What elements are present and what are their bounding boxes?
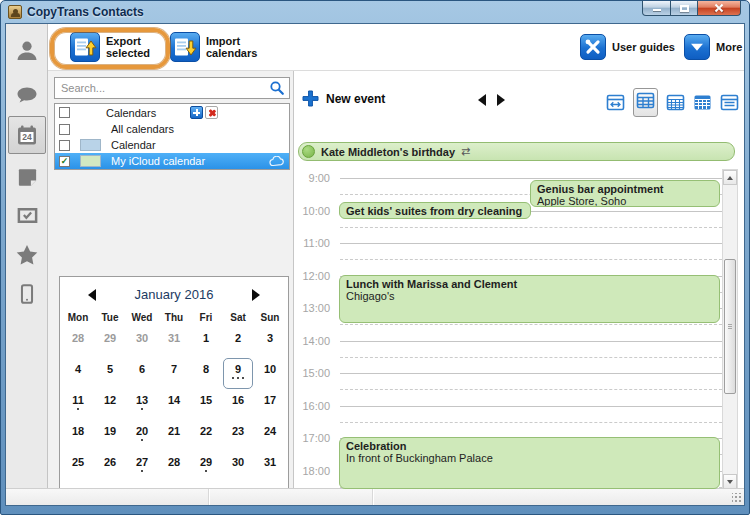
sidebar-item-notes[interactable] xyxy=(8,158,46,196)
sidebar: 24 xyxy=(6,24,48,488)
month-view-button[interactable] xyxy=(666,93,685,112)
mini-calendar-day[interactable]: 31 xyxy=(254,451,286,482)
mini-calendar-day[interactable]: 20 xyxy=(126,420,158,451)
mini-calendar-day[interactable]: 10 xyxy=(254,358,286,389)
mini-calendar-day[interactable]: 31 xyxy=(158,327,190,358)
calendar-row[interactable]: ✓My iCloud calendar xyxy=(55,153,289,169)
resize-grip[interactable] xyxy=(732,493,742,503)
mini-calendar-day[interactable]: 29 xyxy=(94,327,126,358)
hour-line xyxy=(340,243,722,244)
calendar-event[interactable]: Lunch with Marissa and ClementChigago's xyxy=(339,275,720,323)
calendar-event[interactable]: CelebrationIn front of Buckingham Palace xyxy=(339,437,720,489)
mini-calendar-day[interactable]: 6 xyxy=(126,358,158,389)
calendars-header-label: Calendars xyxy=(106,107,156,119)
mini-calendar-day[interactable]: 3 xyxy=(254,327,286,358)
mini-calendar-day[interactable]: 30 xyxy=(126,327,158,358)
close-button[interactable] xyxy=(698,1,741,16)
week-view-button[interactable] xyxy=(633,88,658,117)
title-bar: CopyTrans Contacts xyxy=(1,1,749,23)
maximize-button[interactable] xyxy=(671,1,698,16)
calendar-event[interactable]: Genius bar appointmentApple Store, Soho xyxy=(530,180,720,207)
next-day-arrow[interactable] xyxy=(497,94,505,106)
mini-calendar-day[interactable]: 28 xyxy=(158,451,190,482)
export-selected-button[interactable]: Export selected xyxy=(70,32,150,62)
sidebar-item-calendar[interactable]: 24 xyxy=(8,116,46,154)
mini-calendar-day[interactable]: 27 xyxy=(126,451,158,482)
mini-calendar-day[interactable]: 16 xyxy=(222,389,254,420)
mini-calendar-day[interactable]: 12 xyxy=(94,389,126,420)
calendar-row[interactable]: All calendars xyxy=(55,121,289,137)
calendar-event[interactable]: Get kids' suites from dry cleaning xyxy=(339,202,531,219)
prev-month-arrow[interactable] xyxy=(88,289,96,301)
all-day-event[interactable]: Kate Middleton's birthday ⇄ xyxy=(298,142,735,161)
mini-calendar-day[interactable]: 18 xyxy=(62,420,94,451)
select-all-checkbox[interactable] xyxy=(59,107,70,118)
mini-calendar-day[interactable]: 30 xyxy=(222,451,254,482)
search-box xyxy=(54,77,290,99)
add-calendar-button[interactable] xyxy=(190,106,203,119)
scroll-down-button[interactable] xyxy=(723,474,737,489)
toolbar: Export selected Import calend xyxy=(48,24,744,70)
vertical-scrollbar[interactable] xyxy=(722,169,738,490)
mini-calendar-day[interactable]: 22 xyxy=(190,420,222,451)
event-dots xyxy=(126,470,158,472)
mini-calendar-day[interactable]: 29 xyxy=(190,451,222,482)
sidebar-item-messages[interactable] xyxy=(8,76,46,114)
mini-calendar-day[interactable]: 23 xyxy=(222,420,254,451)
mini-calendar-day[interactable]: 9 xyxy=(222,358,254,389)
mini-calendar-day[interactable]: 26 xyxy=(94,451,126,482)
more-button[interactable]: More xyxy=(684,34,742,60)
search-input[interactable] xyxy=(55,82,269,94)
day-view-button[interactable] xyxy=(606,93,625,112)
mini-calendar-day[interactable]: 2 xyxy=(222,327,254,358)
mini-calendar-day[interactable]: 4 xyxy=(62,358,94,389)
search-icon[interactable] xyxy=(269,80,285,96)
user-guides-button[interactable]: User guides xyxy=(580,34,675,60)
sidebar-item-device[interactable] xyxy=(8,275,46,313)
scroll-up-button[interactable] xyxy=(723,170,737,185)
list-view-button[interactable] xyxy=(720,93,739,112)
more-label: More xyxy=(716,41,742,53)
calendar-checkbox[interactable] xyxy=(59,140,70,151)
calendar-row[interactable]: Calendar xyxy=(55,137,289,153)
sidebar-item-tasks[interactable] xyxy=(8,196,46,234)
note-icon xyxy=(16,166,39,189)
mini-calendar-day[interactable]: 15 xyxy=(190,389,222,420)
calendar-checkbox[interactable]: ✓ xyxy=(59,156,70,167)
maximize-icon xyxy=(680,5,689,12)
weekday-name: Thu xyxy=(158,312,190,323)
next-month-arrow[interactable] xyxy=(252,289,260,301)
sidebar-item-favorites[interactable] xyxy=(8,236,46,274)
mini-calendar-day[interactable]: 28 xyxy=(62,327,94,358)
sidebar-item-contacts[interactable] xyxy=(8,32,46,70)
minimize-button[interactable] xyxy=(642,1,671,16)
mini-calendar-day[interactable]: 25 xyxy=(62,451,94,482)
new-event-button[interactable]: New event xyxy=(302,90,385,107)
mini-calendar-day[interactable]: 7 xyxy=(158,358,190,389)
window-title: CopyTrans Contacts xyxy=(27,5,144,19)
status-cell xyxy=(209,489,373,505)
event-dots xyxy=(62,408,94,410)
day-grid: 9:0010:0011:0012:0013:0014:0015:0016:001… xyxy=(294,169,744,490)
mini-calendar-day[interactable]: 1 xyxy=(190,327,222,358)
calendar-color-swatch xyxy=(80,123,101,135)
calendar-name: My iCloud calendar xyxy=(111,155,205,167)
app-window: CopyTrans Contacts 24 xyxy=(0,0,750,515)
mini-calendar-day[interactable]: 19 xyxy=(94,420,126,451)
mini-calendar-day[interactable]: 24 xyxy=(254,420,286,451)
mini-calendar-day[interactable]: 5 xyxy=(94,358,126,389)
prev-day-arrow[interactable] xyxy=(478,94,486,106)
mini-calendar-day[interactable]: 13 xyxy=(126,389,158,420)
scrollbar-thumb[interactable] xyxy=(724,259,736,394)
mini-calendar-day[interactable]: 11 xyxy=(62,389,94,420)
event-title: Lunch with Marissa and Clement xyxy=(346,278,713,290)
calendar-checkbox[interactable] xyxy=(59,124,70,135)
import-calendars-button[interactable]: Import calendars xyxy=(170,32,257,62)
mini-calendar-day[interactable]: 21 xyxy=(158,420,190,451)
delete-calendar-button[interactable] xyxy=(205,106,218,119)
year-view-button[interactable] xyxy=(693,93,712,112)
mini-calendar-day[interactable]: 14 xyxy=(158,389,190,420)
mini-calendar-day[interactable]: 17 xyxy=(254,389,286,420)
mini-calendar-week: 45678910 xyxy=(62,358,286,389)
mini-calendar-day[interactable]: 8 xyxy=(190,358,222,389)
